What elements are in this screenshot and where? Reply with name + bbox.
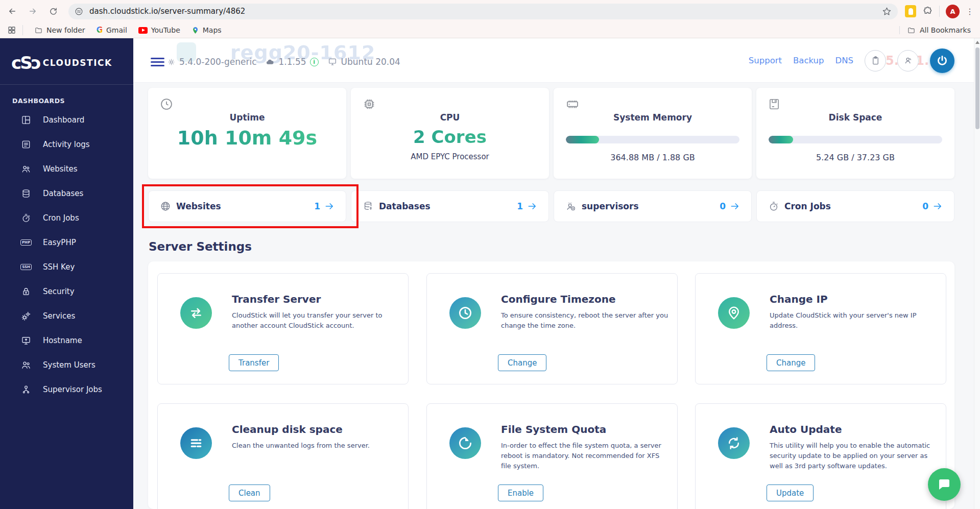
transfer-button[interactable]: Transfer bbox=[229, 354, 279, 371]
scrollbar-thumb[interactable] bbox=[975, 47, 979, 129]
server-settings-title: Server Settings bbox=[149, 240, 252, 253]
bookmark-star-icon[interactable] bbox=[882, 7, 892, 16]
enable-quota-button[interactable]: Enable bbox=[498, 484, 543, 501]
all-bookmarks[interactable]: All Bookmarks bbox=[899, 26, 971, 34]
info-icon[interactable]: i bbox=[310, 58, 319, 66]
stat-cards-row: Uptime 10h 10m 49s CPU 2 Cores AMD EPYC … bbox=[148, 88, 954, 179]
sidebar-item-services[interactable]: Services bbox=[0, 304, 133, 328]
arrow-right-icon bbox=[933, 201, 943, 211]
sidebar-item-easyphp[interactable]: PHP EasyPHP bbox=[0, 230, 133, 255]
dns-link[interactable]: DNS bbox=[835, 56, 853, 65]
folder-icon bbox=[34, 27, 43, 34]
address-bar[interactable]: dash.cloudstick.io/server-summary/4862 bbox=[68, 4, 898, 19]
os-monitor-icon bbox=[327, 57, 338, 66]
setting-title: Cleanup disk space bbox=[232, 423, 343, 435]
transfer-server-card: Transfer Server CloudStick will let you … bbox=[157, 273, 409, 384]
browser-menu-icon[interactable]: ⋮ bbox=[966, 7, 973, 16]
sidebar-item-label: Activity logs bbox=[43, 140, 90, 149]
transfer-icon bbox=[180, 297, 212, 329]
sidebar-item-dashboard[interactable]: Dashboard bbox=[0, 108, 133, 132]
url-text[interactable]: dash.cloudstick.io/server-summary/4862 bbox=[89, 7, 882, 16]
maps-pin-icon bbox=[192, 26, 199, 35]
quick-link-count[interactable]: 0 bbox=[720, 201, 740, 211]
sidebar-item-ssh-key[interactable]: SSH SSH Key bbox=[0, 255, 133, 279]
sidebar-item-label: Hostname bbox=[43, 336, 82, 345]
user-button[interactable] bbox=[897, 50, 919, 71]
memory-usage: 364.88 MB / 1.88 GB bbox=[554, 153, 752, 162]
setting-title: Change IP bbox=[770, 293, 828, 305]
sidebar-item-system-users[interactable]: System Users bbox=[0, 353, 133, 377]
profile-avatar[interactable]: A bbox=[946, 5, 960, 18]
quick-link-count[interactable]: 1 bbox=[517, 201, 537, 211]
change-ip-button[interactable]: Change bbox=[767, 354, 815, 371]
apps-grid-icon[interactable] bbox=[7, 26, 16, 35]
sidebar-item-websites[interactable]: Websites bbox=[0, 157, 133, 181]
location-pin-icon bbox=[718, 297, 750, 329]
databases-link-card[interactable]: Databases 1 bbox=[351, 190, 549, 222]
memory-progress-fill bbox=[566, 136, 599, 143]
bookmark-label: New folder bbox=[46, 26, 85, 34]
setting-title: File System Quota bbox=[501, 423, 606, 435]
uptime-title: Uptime bbox=[148, 112, 346, 123]
cpu-value: 2 Cores bbox=[351, 127, 549, 147]
quick-link-count[interactable]: 1 bbox=[314, 201, 334, 211]
count-value: 0 bbox=[720, 201, 726, 211]
sidebar-item-cron-jobs[interactable]: Cron Jobs bbox=[0, 206, 133, 230]
uptime-card: Uptime 10h 10m 49s bbox=[148, 88, 346, 179]
bookmark-label: YouTube bbox=[151, 26, 180, 34]
cron-jobs-link-card[interactable]: Cron Jobs 0 bbox=[756, 190, 954, 222]
back-icon[interactable] bbox=[4, 3, 20, 19]
toolbar-divider bbox=[939, 6, 940, 17]
support-link[interactable]: Support bbox=[749, 56, 782, 65]
clipboard-button[interactable] bbox=[865, 50, 886, 71]
ram-icon bbox=[565, 97, 580, 113]
forward-icon[interactable] bbox=[25, 3, 41, 19]
quick-link-label: Cron Jobs bbox=[784, 201, 831, 211]
quick-link-label: Databases bbox=[379, 201, 431, 211]
extension-icon[interactable] bbox=[905, 5, 916, 17]
bookmarks-divider bbox=[22, 25, 23, 35]
hamburger-menu-icon[interactable] bbox=[151, 58, 164, 68]
bookmark-new-folder[interactable]: New folder bbox=[34, 26, 85, 34]
bookmark-youtube[interactable]: YouTube bbox=[138, 26, 180, 34]
quick-link-label: supervisors bbox=[582, 201, 639, 211]
supervisors-link-card[interactable]: supervisors 0 bbox=[554, 190, 752, 222]
bookmark-gmail[interactable]: G Gmail bbox=[97, 26, 127, 35]
chat-widget-button[interactable] bbox=[928, 468, 961, 501]
sidebar-item-hostname[interactable]: Hostname bbox=[0, 328, 133, 353]
sidebar-item-activity-logs[interactable]: Activity logs bbox=[0, 132, 133, 157]
change-timezone-button[interactable]: Change bbox=[498, 354, 546, 371]
power-button[interactable] bbox=[930, 49, 954, 73]
bookmark-maps[interactable]: Maps bbox=[192, 26, 222, 35]
uptime-value: 10h 10m 49s bbox=[148, 127, 346, 149]
cron-stopwatch-icon bbox=[768, 201, 779, 212]
disk-title: Disk Space bbox=[756, 112, 954, 123]
websites-link-card[interactable]: Websites 1 bbox=[148, 190, 346, 222]
backup-link[interactable]: Backup bbox=[793, 56, 824, 65]
quick-link-count[interactable]: 0 bbox=[922, 201, 943, 211]
clean-button[interactable]: Clean bbox=[229, 484, 270, 501]
setting-title: Configure Timezone bbox=[501, 293, 616, 305]
scroll-up-arrow-icon[interactable] bbox=[975, 41, 979, 44]
cloudstick-logo[interactable]: cSɔ CLOUDSTICK bbox=[0, 38, 133, 73]
browser-chrome: dash.cloudstick.io/server-summary/4862 A… bbox=[0, 0, 980, 38]
arrow-right-icon bbox=[324, 201, 334, 211]
auto-update-sync-icon bbox=[718, 427, 750, 459]
bookmark-label: Gmail bbox=[106, 26, 127, 34]
sidebar-item-security[interactable]: Security bbox=[0, 279, 133, 304]
disk-progress-fill bbox=[769, 136, 793, 143]
sidebar-item-label: Security bbox=[43, 287, 75, 296]
sidebar-item-supervisor-jobs[interactable]: Supervisor Jobs bbox=[0, 377, 133, 402]
setting-description: Update CloudStick with your server's new… bbox=[770, 310, 938, 331]
site-settings-icon[interactable] bbox=[75, 7, 83, 16]
quick-links-row: Websites 1 Databases 1 supervisors 0 bbox=[148, 190, 954, 222]
sidebar-item-databases[interactable]: Databases bbox=[0, 181, 133, 206]
page-scrollbar[interactable] bbox=[974, 38, 980, 509]
reload-icon[interactable] bbox=[45, 3, 61, 19]
bookmark-label: Maps bbox=[203, 26, 222, 34]
update-button[interactable]: Update bbox=[767, 484, 814, 501]
extensions-puzzle-icon[interactable] bbox=[922, 6, 933, 17]
cpu-card: CPU 2 Cores AMD EPYC Processor bbox=[351, 88, 549, 179]
ssh-key-icon: SSH bbox=[20, 261, 32, 273]
browser-toolbar: dash.cloudstick.io/server-summary/4862 A… bbox=[0, 0, 980, 22]
